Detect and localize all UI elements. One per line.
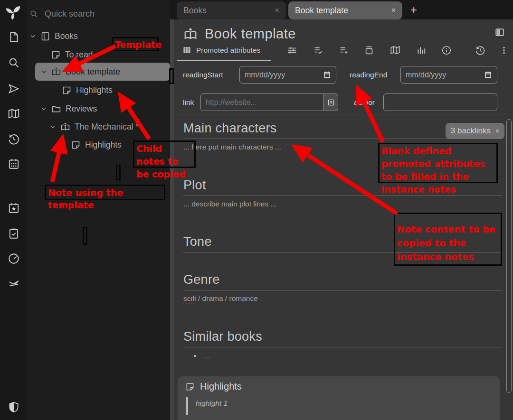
tasks-icon[interactable] — [8, 227, 20, 240]
readingEnd-label: readingEnd — [350, 71, 387, 79]
tab-books[interactable]: Books × — [177, 1, 286, 19]
tree-item-label: To read — [65, 50, 93, 60]
basic-properties-icon[interactable] — [287, 45, 297, 56]
readingEnd-date-input[interactable]: mm/dd/yyyy — [400, 66, 497, 84]
paragraph-genre[interactable]: scifi / drama / romance — [183, 294, 258, 303]
chevron-down-icon[interactable] — [40, 68, 47, 75]
tab-close-icon[interactable]: × — [275, 6, 279, 15]
misspelled-word: scifi — [183, 294, 196, 302]
note-icon — [62, 85, 72, 95]
tab-label: Book template — [295, 6, 348, 16]
annotation-blank-attributes: Blank defined promoted attributes to be … — [378, 143, 498, 183]
child-note-card[interactable]: Highlights highlght 1 — [178, 376, 500, 420]
similar-books-list: ... — [194, 352, 209, 360]
tree-item-highlights[interactable]: Highlights — [62, 82, 113, 99]
tab-bar: Books × Book template × + — [170, 0, 513, 19]
open-external-icon — [327, 99, 335, 106]
chevron-down-icon[interactable] — [49, 123, 56, 130]
paragraph-plot[interactable]: ... describe main plot lines ... — [183, 200, 276, 208]
annotation-note-using-template: Note using the template — [45, 185, 165, 200]
search-icon[interactable] — [8, 56, 20, 69]
recent-changes-icon[interactable] — [8, 133, 20, 145]
tree-item-books[interactable]: Books — [29, 28, 78, 45]
ribbon-divider — [174, 61, 513, 61]
author-input[interactable] — [383, 93, 497, 111]
note-title-row: Book template — [183, 26, 296, 42]
jump-to-note-icon[interactable] — [8, 83, 20, 95]
backlinks-count: 3 backlinks — [451, 126, 491, 136]
note-map-ribbon-icon[interactable] — [390, 45, 400, 56]
tree-item-label: Books — [55, 31, 78, 41]
calendar-picker-icon[interactable] — [484, 71, 492, 79]
launcher-rail — [0, 0, 27, 420]
more-options-icon[interactable] — [499, 45, 509, 56]
chevron-down-icon[interactable] — [40, 105, 47, 112]
dashboard-icon[interactable] — [8, 252, 20, 265]
annotation-note-content: Note content to be copied to the instanc… — [394, 213, 502, 266]
note-paths-icon[interactable] — [364, 45, 374, 56]
tree-item-book-template[interactable]: Book template — [40, 63, 120, 80]
heading-main-characters: Main characters — [183, 121, 277, 136]
book-icon — [40, 31, 50, 41]
split-view-icon[interactable] — [494, 27, 505, 37]
new-tab-button[interactable]: + — [407, 2, 421, 18]
tree-item-label: The Mechanical * — [75, 122, 139, 132]
note-icon — [51, 50, 61, 60]
date-placeholder: mm/dd/yyyy — [406, 71, 446, 79]
tree-item-reviews[interactable]: Reviews — [40, 100, 97, 117]
revisions-icon[interactable] — [475, 45, 485, 56]
child-note-title-row[interactable]: Highlights — [185, 381, 242, 392]
paragraph-main-characters[interactable]: ... here put main characters ... — [183, 143, 281, 151]
content-scrollbar-thumb[interactable] — [506, 119, 512, 393]
note-info-icon[interactable] — [441, 45, 452, 56]
heading-similar-books: Similar books — [183, 329, 262, 344]
backlinks-close-icon[interactable]: × — [495, 127, 499, 135]
quick-search-input[interactable]: Quick search — [29, 7, 167, 21]
chevron-down-icon[interactable] — [29, 33, 36, 39]
owned-attributes-icon[interactable] — [313, 45, 323, 56]
open-link-button[interactable] — [323, 93, 338, 111]
genre-rest: / drama / romance — [196, 294, 258, 302]
tab-close-icon[interactable]: × — [391, 6, 396, 15]
note-title[interactable]: Book template — [205, 26, 296, 42]
link-placeholder: http://website... — [206, 98, 257, 107]
readingStart-date-input[interactable]: mm/dd/yyyy — [239, 66, 336, 84]
quick-search-placeholder: Quick search — [45, 9, 95, 19]
heading-genre: Genre — [183, 272, 220, 287]
tree-item-label: Reviews — [66, 104, 97, 114]
note-icon — [185, 382, 195, 392]
app-logo-icon — [4, 3, 22, 21]
note-map-icon[interactable] — [8, 108, 20, 120]
plane-icon[interactable] — [8, 278, 20, 290]
inherited-attributes-icon[interactable] — [339, 45, 349, 56]
ribbon-tab-promoted-attributes[interactable]: Promoted attributes — [182, 46, 260, 55]
backlinks-badge[interactable]: 3 backlinks × — [446, 123, 504, 139]
annotation-child-notes: Child notes to be copied — [133, 140, 196, 168]
marker-rect-artifact — [83, 227, 87, 245]
protected-session-icon[interactable] — [8, 401, 20, 413]
tree-item-the-mechanical[interactable]: The Mechanical * — [49, 118, 139, 135]
new-note-icon[interactable] — [8, 31, 20, 43]
child-note-title[interactable]: Highlights — [200, 381, 242, 392]
tree-item-highlights-2[interactable]: Highlights — [71, 136, 122, 153]
template-icon — [51, 67, 61, 77]
link-input[interactable]: http://website... — [200, 93, 338, 111]
special-day-icon[interactable] — [8, 202, 20, 214]
tab-book-template[interactable]: Book template × — [288, 1, 402, 19]
annotation-template: Template — [112, 37, 159, 51]
quick-search-icon — [29, 9, 38, 18]
heading-rule — [183, 347, 502, 347]
marker-rect-artifact — [169, 68, 174, 84]
tree-item-label: Book template — [66, 67, 120, 77]
author-label: author — [354, 98, 375, 107]
tree-item-label: Highlights — [76, 85, 113, 95]
app-window: Quick search Books To read Book template… — [0, 0, 513, 420]
template-icon — [60, 122, 70, 132]
tree-item-to-read[interactable]: To read — [51, 46, 93, 63]
calendar-picker-icon[interactable] — [323, 71, 331, 79]
folder-icon — [51, 104, 61, 114]
note-stats-icon[interactable] — [416, 45, 426, 56]
ribbon-tab-label: Promoted attributes — [196, 46, 260, 55]
calendar-icon[interactable] — [8, 158, 20, 170]
list-item[interactable]: ... — [194, 352, 209, 360]
